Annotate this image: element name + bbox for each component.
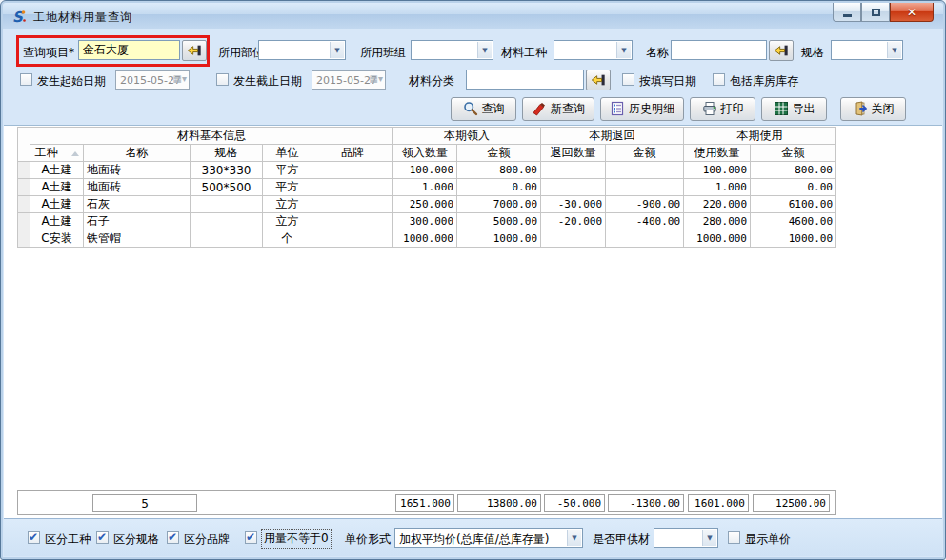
excel-export-icon xyxy=(774,101,789,116)
chevron-down-icon: ▼ xyxy=(616,42,631,58)
project-label: 查询项目* xyxy=(23,45,74,61)
export-button[interactable]: 导出 xyxy=(761,97,827,121)
table-row[interactable]: A土建地面砖330*330平方100.000800.00100.000800.0… xyxy=(18,162,836,179)
table-cell: 平方 xyxy=(263,162,312,179)
include-warehouse-checkbox[interactable] xyxy=(713,73,725,86)
bottom-bar: 区分工种 区分规格 区分品牌 用量不等于0 单价形式 加权平均价(总库值/总库存… xyxy=(4,518,942,556)
name-browse-button[interactable] xyxy=(769,40,794,61)
project-browse-button[interactable] xyxy=(182,40,207,61)
print-icon xyxy=(702,101,717,116)
svg-text:S: S xyxy=(12,9,24,25)
col-header-spec[interactable]: 规格 xyxy=(191,145,263,162)
maximize-button[interactable] xyxy=(861,3,890,22)
table-row[interactable]: A土建地面砖500*500平方1.0000.001.0000.00 xyxy=(18,179,836,196)
table-cell xyxy=(191,213,263,230)
group-received[interactable]: 本期领入 xyxy=(393,128,541,145)
table-cell xyxy=(312,213,393,230)
col-header-name[interactable]: 名称 xyxy=(84,145,191,162)
owner-supplied-combobox[interactable]: ▼ xyxy=(654,528,718,548)
table-cell xyxy=(312,196,393,213)
category-browse-button[interactable] xyxy=(586,70,611,90)
col-header-used-qty[interactable]: 使用数量 xyxy=(684,145,751,162)
distinguish-brand-checkbox[interactable] xyxy=(167,531,179,544)
new-query-icon xyxy=(532,101,547,116)
grid-panel: 材料基本信息 本期领入 本期退回 本期使用 工种 名称 规格 单位 品牌 领入数… xyxy=(4,125,942,518)
table-cell: 6100.00 xyxy=(751,196,836,213)
end-date-picker[interactable]: 2015-05-27 ▦▾ xyxy=(312,70,386,90)
row-selector[interactable] xyxy=(18,230,30,248)
minimize-button[interactable] xyxy=(833,3,861,22)
row-selector[interactable] xyxy=(18,179,30,196)
team-combobox[interactable]: ▼ xyxy=(411,40,493,60)
col-header-returned-qty[interactable]: 退回数量 xyxy=(541,145,606,162)
table-cell: 5000.00 xyxy=(457,213,541,230)
minimize-icon xyxy=(843,14,852,17)
col-header-received-qty[interactable]: 领入数量 xyxy=(393,145,457,162)
category-input[interactable] xyxy=(466,70,584,90)
start-date-picker[interactable]: 2015-05-27 ▦▾ xyxy=(115,70,190,90)
print-button[interactable]: 打印 xyxy=(690,97,755,121)
distinguish-spec-label: 区分规格 xyxy=(113,531,159,548)
close-button[interactable]: ✕ xyxy=(890,3,934,22)
spec-combobox[interactable]: ▼ xyxy=(831,40,903,60)
window-controls: ✕ xyxy=(833,3,934,22)
button-label: 新查询 xyxy=(551,101,585,117)
summary-returned-amount: -1300.00 xyxy=(608,494,684,512)
pick-hand-icon xyxy=(591,72,606,88)
table-cell: -900.00 xyxy=(606,196,684,213)
col-header-used-amount[interactable]: 金额 xyxy=(751,145,836,162)
col-header-unit[interactable]: 单位 xyxy=(263,145,312,162)
usage-nonzero-checkbox[interactable] xyxy=(245,531,257,544)
start-date-checkbox[interactable] xyxy=(20,73,32,86)
col-header-trade[interactable]: 工种 xyxy=(30,145,84,162)
pick-hand-icon xyxy=(774,43,789,58)
group-used[interactable]: 本期使用 xyxy=(684,128,836,145)
toolbar: 查询 新查询 历史明细 打印 xyxy=(4,95,942,122)
by-fill-date-checkbox[interactable] xyxy=(622,73,634,86)
trade-combobox[interactable]: ▼ xyxy=(554,40,633,60)
team-label: 所用班组 xyxy=(360,45,406,61)
summary-row-count: 5 xyxy=(92,494,197,512)
query-button[interactable]: 查询 xyxy=(451,97,516,121)
sort-ascending-icon xyxy=(71,151,79,156)
col-header-brand[interactable]: 品牌 xyxy=(312,145,393,162)
table-cell: C安装 xyxy=(30,230,84,248)
row-selector[interactable] xyxy=(18,162,30,179)
table-cell xyxy=(541,162,606,179)
name-input[interactable] xyxy=(671,40,767,60)
table-row[interactable]: A土建石子立方300.0005000.00-20.000-400.00280.0… xyxy=(18,213,836,230)
category-label: 材料分类 xyxy=(409,73,454,90)
end-date-label: 发生截止日期 xyxy=(233,73,302,90)
table-cell xyxy=(312,230,393,248)
start-date-label: 发生起始日期 xyxy=(37,73,106,90)
table-row[interactable]: C安装铁管帽个1000.0001000.001000.0001000.00 xyxy=(18,230,836,248)
table-cell xyxy=(541,179,606,196)
col-header-returned-amount[interactable]: 金额 xyxy=(606,145,684,162)
summary-received-qty: 1651.000 xyxy=(395,494,454,512)
table-cell: 4600.00 xyxy=(751,213,836,230)
distinguish-spec-checkbox[interactable] xyxy=(96,531,109,544)
button-label: 导出 xyxy=(793,101,815,117)
show-price-checkbox[interactable] xyxy=(728,531,740,544)
close-window-button[interactable]: 关闭 xyxy=(840,97,906,121)
col-header-received-amount[interactable]: 金额 xyxy=(457,145,541,162)
chevron-down-icon: ▼ xyxy=(887,42,901,58)
calendar-icon: ▦▾ xyxy=(370,73,383,84)
new-query-button[interactable]: 新查询 xyxy=(522,97,594,121)
end-date-checkbox[interactable] xyxy=(216,73,229,86)
table-cell: 100.000 xyxy=(393,162,457,179)
group-basic-info[interactable]: 材料基本信息 xyxy=(30,128,393,145)
history-detail-button[interactable]: 历史明细 xyxy=(600,97,684,121)
table-row[interactable]: A土建石灰立方250.0007000.00-30.000-900.00220.0… xyxy=(18,196,836,213)
table-cell xyxy=(606,162,684,179)
distinguish-trade-checkbox[interactable] xyxy=(28,531,40,544)
row-selector[interactable] xyxy=(18,213,30,230)
summary-received-amount: 13800.00 xyxy=(457,494,541,512)
start-date-value: 2015-05-27 xyxy=(120,74,181,87)
project-input[interactable] xyxy=(78,40,180,60)
name-label: 名称 xyxy=(646,45,669,61)
part-combobox[interactable]: ▼ xyxy=(258,40,346,60)
group-returned[interactable]: 本期退回 xyxy=(541,128,684,145)
price-mode-combobox[interactable]: 加权平均价(总库值/总库存量)▼ xyxy=(394,528,583,548)
row-selector[interactable] xyxy=(18,196,30,213)
